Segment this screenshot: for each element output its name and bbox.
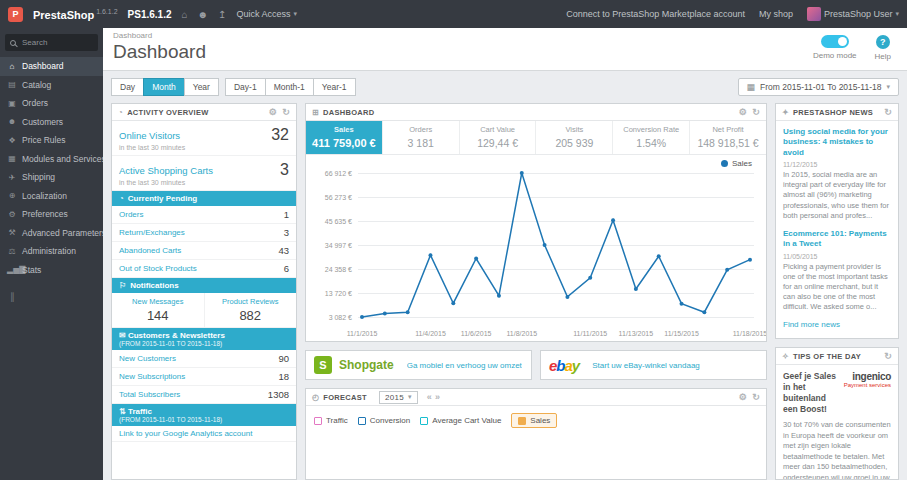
help-icon[interactable]: ?	[876, 35, 890, 49]
clock-icon: ◔	[119, 194, 124, 203]
product-reviews-cell[interactable]: Product Reviews 882	[205, 293, 297, 327]
return-exchanges-link[interactable]: Return/Exchanges	[119, 228, 185, 237]
refresh-icon[interactable]: ↻	[752, 107, 760, 117]
calendar-icon: ▦	[747, 82, 756, 92]
activity-panel-title: ACTIVITY OVERVIEW	[127, 108, 209, 117]
range-month-minus-button[interactable]: Month-1	[265, 78, 314, 96]
sidebar-item-customers[interactable]: ☻Customers	[0, 113, 103, 132]
prev-year-icon[interactable]: «	[427, 392, 432, 402]
google-analytics-link[interactable]: Link to your Google Analytics account	[119, 429, 252, 438]
gear-icon[interactable]: ⚙	[739, 107, 747, 117]
profile-icon[interactable]: ☻	[198, 9, 209, 20]
sidebar-item-orders[interactable]: ▣Orders	[0, 94, 103, 113]
date-range-picker[interactable]: ▦ From 2015-11-01 To 2015-11-18 ▾	[738, 78, 899, 96]
shopgate-tagline-link[interactable]: Ga mobiel en verhoog uw omzet	[407, 361, 522, 370]
notifications-band: ⚐ Notifications	[112, 278, 296, 293]
next-year-icon[interactable]: »	[435, 392, 440, 402]
sidebar-item-preferences[interactable]: ⚙Preferences	[0, 205, 103, 224]
refresh-icon[interactable]: ↻	[752, 392, 760, 402]
user-menu[interactable]: PrestaShop User▾	[807, 7, 899, 21]
bell-icon: ⚐	[119, 281, 126, 290]
news-article-body: Picking a payment provider is one of the…	[783, 262, 891, 313]
kpi-conversion-rate[interactable]: Conversion Rate 1.54%	[613, 121, 690, 154]
news-article-title[interactable]: Using social media for your business: 4 …	[783, 127, 891, 158]
sales-checkbox	[518, 417, 526, 425]
sidebar-item-stats[interactable]: ▂▅▇Stats	[0, 261, 103, 280]
sidebar-item-dashboard[interactable]: ⌂Dashboard	[0, 57, 103, 76]
my-shop-link[interactable]: My shop	[759, 9, 793, 19]
sidebar-item-price-rules[interactable]: ❖Price Rules	[0, 131, 103, 150]
find-more-news-link[interactable]: Find more news	[783, 320, 891, 329]
news-article-title[interactable]: Ecommerce 101: Payments in a Tweet	[783, 229, 891, 250]
chevron-down-icon: ▾	[895, 10, 899, 18]
kpi-net-profit[interactable]: Net Profit 148 918,51 €	[690, 121, 766, 154]
legend-dot	[721, 160, 728, 167]
topbar: P PrestaShop1.6.1.2 PS1.6.1.2 ⌂ ☻ ↥ Quic…	[0, 0, 907, 28]
kpi-visits[interactable]: Visits 205 939	[536, 121, 613, 154]
shopgate-module[interactable]: S Shopgate Ga mobiel en verhoog uw omzet	[305, 350, 532, 380]
ebay-module[interactable]: ebay Start uw eBay-winkel vandaag	[540, 350, 767, 380]
legend-average-cart-value[interactable]: Average Cart Value	[420, 416, 501, 425]
pending-orders-row: Orders 1	[112, 206, 296, 224]
gear-icon[interactable]: ⚙	[739, 392, 747, 402]
kpi-cart-value[interactable]: Cart Value 129,44 €	[460, 121, 537, 154]
sales-chart: Sales 66 912 €56 273 €45 635 €34 997 €24…	[312, 159, 760, 339]
chart-legend[interactable]: Sales	[721, 159, 752, 168]
activity-overview-panel: ◔ ACTIVITY OVERVIEW ⚙↻ Online Visitors 3…	[111, 103, 297, 480]
kpi-orders[interactable]: Orders 3 181	[383, 121, 460, 154]
sidebar-item-localization[interactable]: ⊕Localization	[0, 187, 103, 206]
online-visitors-link[interactable]: Online Visitors	[119, 130, 180, 141]
range-day-minus-button[interactable]: Day-1	[225, 78, 266, 96]
legend-conversion[interactable]: Conversion	[358, 416, 410, 425]
marketplace-link[interactable]: Connect to PrestaShop Marketplace accoun…	[566, 9, 745, 19]
sidebar-item-modules[interactable]: ▦Modules and Services	[0, 150, 103, 169]
sidebar-item-shipping[interactable]: ✈Shipping	[0, 168, 103, 187]
activity-icon: ◔	[118, 108, 123, 117]
refresh-icon[interactable]: ↻	[884, 351, 892, 361]
legend-sales[interactable]: Sales	[511, 413, 557, 428]
breadcrumb: Dashboard	[113, 31, 897, 40]
sidebar-collapse-button[interactable]: ∥	[0, 291, 103, 302]
pending-orders-link[interactable]: Orders	[119, 210, 143, 219]
dashboard-icon: ⌂	[7, 62, 17, 71]
out-of-stock-link[interactable]: Out of Stock Products	[119, 264, 197, 273]
kpi-sales[interactable]: Sales 411 759,00 €	[306, 121, 383, 154]
shop-name[interactable]: PS1.6.1.2	[128, 9, 172, 20]
customers-icon: ☻	[7, 117, 17, 126]
new-messages-cell[interactable]: New Messages 144	[112, 293, 205, 327]
sales-chart-xlabels: 11/1/201511/4/201511/6/201511/8/201511/1…	[358, 327, 754, 337]
sidebar-search[interactable]	[5, 34, 98, 51]
range-day-button[interactable]: Day	[111, 78, 144, 96]
localization-icon: ⊕	[7, 191, 17, 200]
module-promos: S Shopgate Ga mobiel en verhoog uw omzet…	[305, 350, 767, 380]
demo-mode-toggle[interactable]	[821, 35, 849, 48]
shipping-icon: ✈	[7, 173, 17, 182]
range-year-minus-button[interactable]: Year-1	[313, 78, 356, 96]
gear-icon[interactable]: ⚙	[269, 107, 277, 117]
shop-icon[interactable]: ⌂	[181, 9, 187, 20]
dashboard-panel: ⊞ DASHBOARD ⚙↻ Sales 411 759,00 € Orders	[305, 103, 767, 342]
help-label: Help	[875, 52, 891, 61]
upload-icon[interactable]: ↥	[218, 9, 226, 20]
toggle-knob	[838, 37, 847, 46]
sidebar-item-administration[interactable]: ⚖Administration	[0, 242, 103, 261]
abandoned-carts-link[interactable]: Abandoned Carts	[119, 246, 181, 255]
search-input[interactable]	[20, 37, 93, 48]
sidebar-item-advanced-parameters[interactable]: ⚒Advanced Parameters	[0, 224, 103, 243]
refresh-icon[interactable]: ↻	[282, 107, 290, 117]
news-icon: ✦	[782, 108, 789, 117]
range-month-button[interactable]: Month	[143, 78, 185, 96]
sales-chart-plot	[358, 165, 754, 323]
legend-traffic[interactable]: Traffic	[314, 416, 348, 425]
page-title: Dashboard	[113, 41, 897, 63]
ebay-tagline-link[interactable]: Start uw eBay-winkel vandaag	[592, 361, 700, 370]
new-subscriptions-link[interactable]: New Subscriptions	[119, 372, 185, 381]
active-carts-link[interactable]: Active Shopping Carts	[119, 165, 213, 176]
range-year-button[interactable]: Year	[184, 78, 219, 96]
forecast-year-select[interactable]: 2015 ▾	[379, 391, 418, 404]
refresh-icon[interactable]: ↻	[884, 107, 892, 117]
total-subscribers-link[interactable]: Total Subscribers	[119, 390, 180, 399]
quick-access-menu[interactable]: Quick Access▾	[236, 9, 297, 19]
sidebar-item-catalog[interactable]: ▤Catalog	[0, 76, 103, 95]
new-customers-link[interactable]: New Customers	[119, 354, 176, 363]
